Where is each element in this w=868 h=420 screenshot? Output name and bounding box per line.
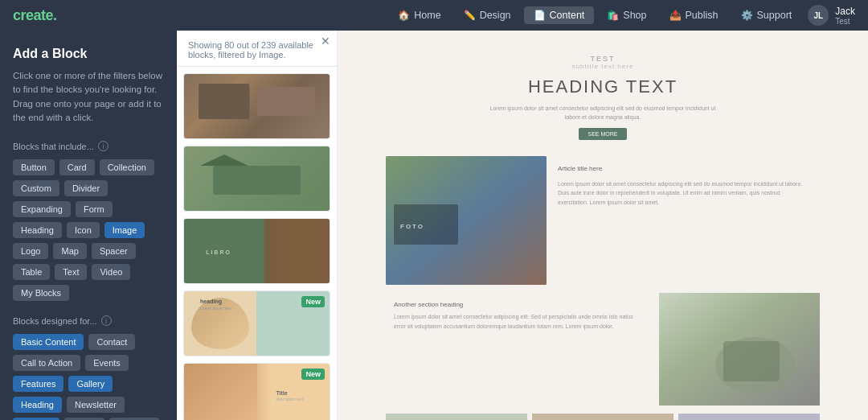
filter-table[interactable]: Table <box>13 264 50 280</box>
block-thumb-3[interactable]: LIBRO <box>183 218 330 284</box>
close-button[interactable]: ✕ <box>321 35 330 47</box>
filter-gallery[interactable]: Gallery <box>68 376 113 392</box>
filter-events[interactable]: Events <box>85 355 129 371</box>
nav-home[interactable]: 🏠 Home <box>388 6 450 24</box>
preview-header-section: TEST subtitle text here HEADING TEXT Lor… <box>386 47 820 148</box>
filter-map[interactable]: Map <box>53 243 86 259</box>
svg-rect-16 <box>532 414 674 420</box>
avatar: JL <box>808 5 829 26</box>
preview-side-text: Article title here Lorem ipsum dolor sit… <box>550 156 820 285</box>
filter-text[interactable]: Text <box>55 264 87 280</box>
panel-title: Add a Block <box>13 47 164 61</box>
preview-content: TEST subtitle text here HEADING TEXT Lor… <box>338 31 868 420</box>
filter-expanding[interactable]: Expanding <box>13 201 71 217</box>
preview-landscape-body: Lorem ipsum dolor sit amet consectetur a… <box>394 312 643 330</box>
svg-rect-17 <box>678 414 820 420</box>
info-icon-include[interactable]: i <box>98 141 108 151</box>
filter-icon[interactable]: Icon <box>67 222 100 238</box>
info-icon-designed[interactable]: i <box>101 315 112 326</box>
svg-rect-15 <box>386 414 527 420</box>
nav-support[interactable]: ⚙️ Support <box>731 6 802 24</box>
filter-cta[interactable]: Call to Action <box>13 355 80 371</box>
user-info: Jack Test <box>835 6 855 26</box>
svg-rect-1 <box>199 84 249 119</box>
designed-filter-tags: Basic Content Contact Call to Action Eve… <box>13 334 164 420</box>
filter-heading[interactable]: Heading <box>13 222 62 238</box>
preview-landscape-section: Another section heading Lorem ipsum dolo… <box>386 293 820 406</box>
include-filter-tags: Button Card Collection Custom Divider Ex… <box>13 159 164 301</box>
svg-rect-14 <box>723 341 780 381</box>
svg-rect-4 <box>213 166 301 195</box>
blocks-count-text: Showing 80 out of 239 available blocks, … <box>177 31 337 67</box>
main-area: Add a Block Click one or more of the fil… <box>0 31 868 420</box>
svg-rect-2 <box>257 87 315 116</box>
preview-body: Lorem ipsum dolor sit amet consectetur a… <box>482 104 723 121</box>
block-thumb-4[interactable]: heading Lorem ipsum text New <box>183 290 330 356</box>
preview-grid-item-3 <box>678 414 820 420</box>
nav-publish[interactable]: 📤 Publish <box>660 6 728 24</box>
preview-bottom-grid <box>386 414 820 420</box>
block-thumb-2[interactable] <box>183 146 330 212</box>
preview-text-block: Another section heading Lorem ipsum dolo… <box>386 293 651 406</box>
filter-custom[interactable]: Custom <box>13 180 59 196</box>
filter-heading-d[interactable]: Heading <box>13 397 62 413</box>
new-badge-2: New <box>301 369 325 380</box>
preview-heading: HEADING TEXT <box>386 76 820 97</box>
svg-text:FOTO: FOTO <box>400 223 424 230</box>
nav-content[interactable]: 📄 Content <box>524 6 595 24</box>
filter-collection[interactable]: Collection <box>100 159 154 175</box>
filter-button[interactable]: Button <box>13 159 55 175</box>
preview-grid-item-1 <box>386 414 527 420</box>
svg-rect-7 <box>264 219 330 283</box>
nav-design[interactable]: ✏️ Design <box>454 6 521 24</box>
site-preview: TEST subtitle text here HEADING TEXT Lor… <box>338 31 868 420</box>
preview-grid-item-2 <box>532 414 674 420</box>
preview-cta-button[interactable]: SEE MORE <box>579 128 627 140</box>
preview-main-image: FOTO <box>386 156 547 285</box>
content-icon: 📄 <box>534 10 546 21</box>
filter-logo[interactable]: Logo <box>13 243 48 259</box>
nav-items: 🏠 Home ✏️ Design 📄 Content 🛍️ Shop 📤 Pub… <box>388 6 801 24</box>
app-logo: create. <box>13 7 57 24</box>
blocks-list: LIBRO heading Lorem ipsum text New <box>177 67 337 420</box>
filter-basic-content[interactable]: Basic Content <box>13 334 84 350</box>
filter-divider[interactable]: Divider <box>64 180 108 196</box>
filter-form[interactable]: Form <box>76 201 113 217</box>
nav-shop[interactable]: 🛍️ Shop <box>597 6 656 24</box>
shop-icon: 🛍️ <box>607 10 619 21</box>
filter-video[interactable]: Video <box>92 264 130 280</box>
top-navigation: create. 🏠 Home ✏️ Design 📄 Content 🛍️ Sh… <box>0 0 868 31</box>
blocks-panel: Showing 80 out of 239 available blocks, … <box>177 31 338 420</box>
support-icon: ⚙️ <box>741 10 753 21</box>
preview-panel: TEST subtitle text here HEADING TEXT Lor… <box>338 31 868 420</box>
filter-newsletter[interactable]: Newsletter <box>67 397 125 413</box>
filter-contact[interactable]: Contact <box>88 334 135 350</box>
user-menu[interactable]: JL Jack Test <box>808 5 855 26</box>
preview-image-section: FOTO Article title here Lorem ipsum dolo… <box>386 156 820 285</box>
filter-panel: Add a Block Click one or more of the fil… <box>0 31 177 420</box>
preview-subtext: subtitle text here <box>386 63 820 70</box>
panel-description: Click one or more of the filters below t… <box>13 69 164 125</box>
filter-features[interactable]: Features <box>13 376 63 392</box>
preview-landscape-heading: Another section heading <box>394 301 643 308</box>
blocks-designed-label: Blocks designed for... i <box>13 315 164 326</box>
filter-spacer[interactable]: Spacer <box>92 243 136 259</box>
design-icon: ✏️ <box>464 10 476 21</box>
filter-image[interactable]: Image <box>104 222 145 238</box>
home-icon: 🏠 <box>398 10 410 21</box>
svg-text:LIBRO: LIBRO <box>206 249 231 255</box>
block-thumb-1[interactable] <box>183 73 330 139</box>
blocks-include-label: Blocks that include... i <box>13 141 164 151</box>
block-thumb-5[interactable]: Title description text New <box>183 363 330 420</box>
preview-eyebrow: TEST <box>386 55 820 63</box>
filter-card[interactable]: Card <box>59 159 95 175</box>
preview-stone-image <box>659 293 820 406</box>
new-badge: New <box>301 296 325 307</box>
filter-myblocks[interactable]: My Blocks <box>13 285 69 301</box>
publish-icon: 📤 <box>669 10 682 21</box>
